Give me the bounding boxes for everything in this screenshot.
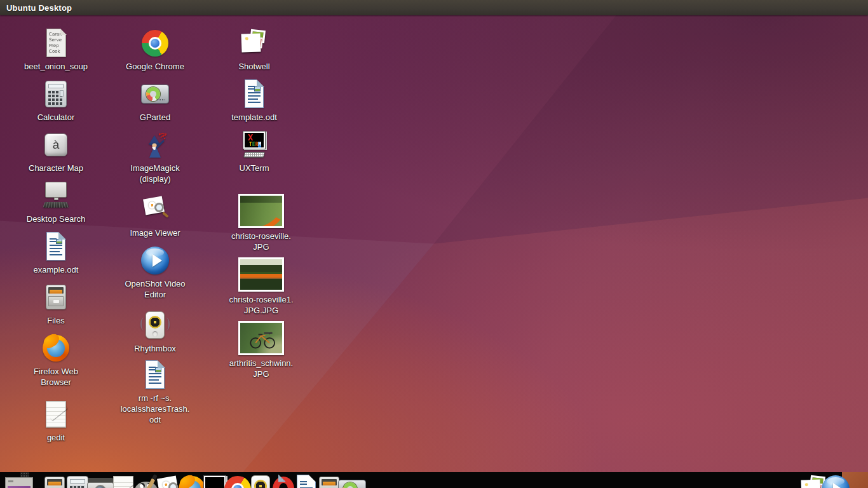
play-button-icon	[140, 245, 170, 276]
icon-label: OpenShot Video Editor	[125, 278, 185, 300]
calculator-icon	[41, 79, 71, 109]
taskbar-rhythmbox-button[interactable]	[245, 474, 258, 487]
photo-thumbnail	[238, 194, 284, 228]
desktop-icon-arthritis-schwinn-jpg[interactable]: arthritis_schwinn. JPG	[223, 321, 299, 379]
icon-label: Shotwell	[238, 61, 269, 72]
desktop-icon-character-map[interactable]: à Character Map	[18, 130, 94, 173]
desktop-icon-imagemagick[interactable]: ImageMagick (display)	[117, 130, 193, 184]
top-panel: Ubuntu Desktop	[0, 0, 868, 15]
icon-label: example.odt	[34, 264, 79, 275]
icon-label: Rhythmbox	[134, 343, 176, 354]
chrome-icon	[140, 28, 170, 58]
icon-label: gedit	[47, 432, 65, 443]
tray-shotwell-button[interactable]	[799, 474, 811, 487]
taskbar-camera-button[interactable]	[85, 474, 98, 487]
photo-stack-icon	[239, 28, 269, 58]
wizard-icon	[140, 130, 170, 160]
icon-label: Calculator	[37, 112, 75, 123]
icon-label: Google Chrome	[126, 61, 184, 72]
icon-label: arthritis_schwinn. JPG	[229, 358, 293, 379]
desktop-icon-christo-roseville1-jpg[interactable]: christo-roseville1. JPG.JPG	[223, 257, 299, 316]
icon-label: template.odt	[231, 112, 277, 123]
desktop-icon-files[interactable]: Files	[18, 282, 94, 326]
icon-label: Character Map	[29, 163, 83, 173]
image-viewer-icon	[140, 194, 170, 225]
photo-thumbnail	[238, 257, 284, 292]
desktop-icon-uxterm[interactable]: X TERM UXTerm	[216, 130, 292, 173]
desktop-icon-rhythmbox[interactable]: Rhythmbox	[117, 310, 193, 354]
taskbar-tray	[799, 472, 868, 488]
firefox-icon	[41, 333, 71, 363]
icon-label: UXTerm	[240, 163, 269, 173]
taskbar-writer-button[interactable]	[291, 474, 304, 487]
desktop-icon-calculator[interactable]: Calculator	[18, 79, 94, 123]
taskbar-calculator-button[interactable]	[62, 474, 75, 487]
desktop-title: Ubuntu Desktop	[6, 3, 72, 13]
icon-label: ImageMagick (display)	[130, 163, 179, 184]
ubuntu-desktop-screen: Ubuntu Desktop Caran Serve Prep Cook bee…	[0, 0, 868, 488]
terminal-monitor-icon: X TERM	[239, 130, 269, 160]
keyboard-key-icon: à	[41, 130, 71, 160]
gparted-icon	[140, 79, 170, 109]
icon-label: GParted	[140, 112, 170, 123]
writer-document-icon	[41, 231, 71, 262]
taskbar-files-button[interactable]	[39, 474, 52, 487]
writer-document-icon	[239, 79, 269, 109]
desktop-icon-rm-rf-odt[interactable]: rm -rf ~s. localssharesTrash. odt	[117, 360, 193, 425]
taskbar-gimp-button[interactable]	[131, 474, 144, 487]
taskbar-files-button-2[interactable]	[314, 474, 327, 487]
photo-thumbnail	[238, 321, 284, 355]
taskbar-chrome-button[interactable]	[222, 474, 235, 487]
desktop-icon-example-odt[interactable]: example.odt	[18, 231, 94, 275]
icon-label: rm -rf ~s. localssharesTrash. odt	[121, 393, 190, 425]
gedit-icon	[41, 399, 71, 430]
taskbar-uxterm-button[interactable]	[200, 474, 212, 487]
desktop-icon-google-chrome[interactable]: Google Chrome	[117, 28, 193, 72]
desktop-icon-shotwell[interactable]: Shotwell	[216, 28, 292, 72]
icon-label: beet_onion_soup	[24, 61, 88, 72]
taskbar-launchers	[39, 474, 349, 487]
writer-document-icon	[140, 360, 170, 390]
file-cabinet-icon	[41, 282, 71, 313]
taskbar-image-viewer-button[interactable]	[154, 474, 166, 487]
desktop-icon-christo-roseville-jpg[interactable]: christo-roseville. JPG	[223, 194, 299, 252]
icon-label: christo-roseville. JPG	[231, 231, 291, 252]
icon-label: christo-roseville1. JPG.JPG	[229, 294, 293, 316]
icon-label: Desktop Search	[27, 214, 86, 224]
desktop-icon-firefox[interactable]: Firefox Web Browser	[18, 333, 94, 388]
text-file-icon: Caran Serve Prep Cook	[41, 28, 71, 58]
desktop-icon-gedit[interactable]: gedit	[18, 399, 94, 443]
tray-openshot-button[interactable]	[820, 474, 833, 487]
desktop-icon-image-viewer[interactable]: Image Viewer	[117, 194, 193, 238]
desktop-wallpaper[interactable]: Caran Serve Prep Cook beet_onion_soup Ca…	[0, 15, 868, 472]
icon-label: Image Viewer	[130, 227, 180, 238]
icon-label: Files	[47, 315, 64, 326]
monitor-icon	[41, 180, 71, 211]
desktop-icon-beet-onion-soup[interactable]: Caran Serve Prep Cook beet_onion_soup	[18, 28, 94, 72]
icon-label: Firefox Web Browser	[34, 366, 78, 388]
taskbar-firefox-button[interactable]	[177, 474, 189, 487]
taskbar-gedit-button[interactable]	[108, 474, 121, 487]
desktop-icon-template-odt[interactable]: template.odt	[216, 79, 292, 123]
taskbar	[0, 472, 868, 488]
desktop-icon-gparted[interactable]: GParted	[117, 79, 193, 123]
desktop-icon-desktop-search[interactable]: Desktop Search	[18, 180, 94, 224]
show-desktop-button[interactable]	[4, 474, 17, 487]
speaker-icon	[140, 310, 170, 341]
desktop-icon-openshot[interactable]: OpenShot Video Editor	[117, 245, 193, 300]
taskbar-gparted-button[interactable]	[337, 474, 349, 487]
